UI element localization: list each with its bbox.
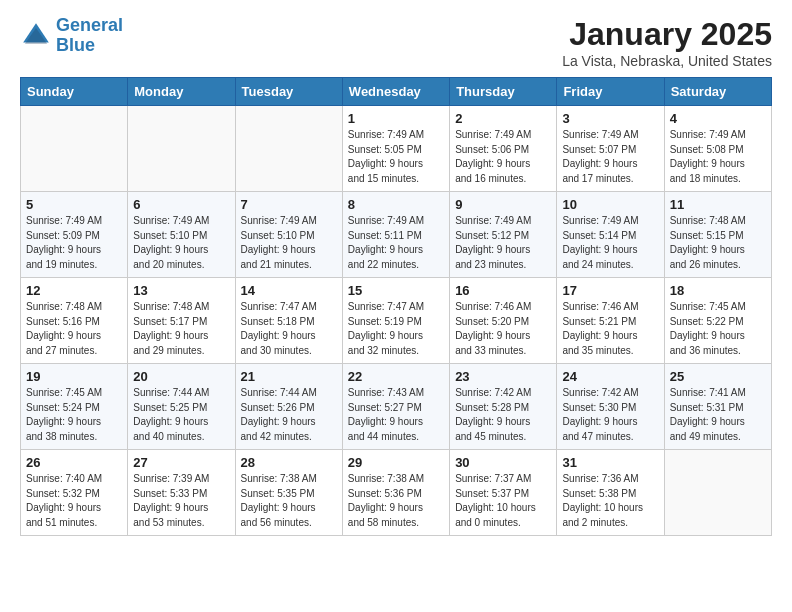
day-info: Sunrise: 7:47 AM Sunset: 5:19 PM Dayligh… <box>348 300 444 358</box>
calendar-cell: 28Sunrise: 7:38 AM Sunset: 5:35 PM Dayli… <box>235 450 342 536</box>
day-info: Sunrise: 7:49 AM Sunset: 5:12 PM Dayligh… <box>455 214 551 272</box>
calendar-cell <box>128 106 235 192</box>
page: General Blue January 2025 La Vista, Nebr… <box>0 0 792 552</box>
day-info: Sunrise: 7:42 AM Sunset: 5:28 PM Dayligh… <box>455 386 551 444</box>
day-number: 16 <box>455 283 551 298</box>
calendar-cell: 31Sunrise: 7:36 AM Sunset: 5:38 PM Dayli… <box>557 450 664 536</box>
weekday-header-thursday: Thursday <box>450 78 557 106</box>
day-number: 12 <box>26 283 122 298</box>
day-number: 9 <box>455 197 551 212</box>
day-number: 13 <box>133 283 229 298</box>
calendar-cell: 8Sunrise: 7:49 AM Sunset: 5:11 PM Daylig… <box>342 192 449 278</box>
day-number: 1 <box>348 111 444 126</box>
day-info: Sunrise: 7:49 AM Sunset: 5:10 PM Dayligh… <box>241 214 337 272</box>
logo-icon <box>20 20 52 52</box>
day-info: Sunrise: 7:44 AM Sunset: 5:26 PM Dayligh… <box>241 386 337 444</box>
day-number: 19 <box>26 369 122 384</box>
day-number: 7 <box>241 197 337 212</box>
day-number: 28 <box>241 455 337 470</box>
calendar-table: SundayMondayTuesdayWednesdayThursdayFrid… <box>20 77 772 536</box>
day-number: 25 <box>670 369 766 384</box>
calendar-cell: 17Sunrise: 7:46 AM Sunset: 5:21 PM Dayli… <box>557 278 664 364</box>
weekday-header-row: SundayMondayTuesdayWednesdayThursdayFrid… <box>21 78 772 106</box>
calendar-cell: 15Sunrise: 7:47 AM Sunset: 5:19 PM Dayli… <box>342 278 449 364</box>
day-number: 29 <box>348 455 444 470</box>
day-info: Sunrise: 7:48 AM Sunset: 5:15 PM Dayligh… <box>670 214 766 272</box>
day-info: Sunrise: 7:40 AM Sunset: 5:32 PM Dayligh… <box>26 472 122 530</box>
day-info: Sunrise: 7:45 AM Sunset: 5:22 PM Dayligh… <box>670 300 766 358</box>
day-number: 21 <box>241 369 337 384</box>
day-info: Sunrise: 7:48 AM Sunset: 5:17 PM Dayligh… <box>133 300 229 358</box>
day-number: 31 <box>562 455 658 470</box>
day-number: 2 <box>455 111 551 126</box>
day-number: 22 <box>348 369 444 384</box>
day-number: 15 <box>348 283 444 298</box>
day-number: 14 <box>241 283 337 298</box>
day-info: Sunrise: 7:49 AM Sunset: 5:07 PM Dayligh… <box>562 128 658 186</box>
week-row-1: 1Sunrise: 7:49 AM Sunset: 5:05 PM Daylig… <box>21 106 772 192</box>
month-title: January 2025 <box>562 16 772 53</box>
calendar-cell: 24Sunrise: 7:42 AM Sunset: 5:30 PM Dayli… <box>557 364 664 450</box>
weekday-header-wednesday: Wednesday <box>342 78 449 106</box>
calendar-cell <box>235 106 342 192</box>
day-number: 8 <box>348 197 444 212</box>
day-number: 24 <box>562 369 658 384</box>
calendar-cell: 10Sunrise: 7:49 AM Sunset: 5:14 PM Dayli… <box>557 192 664 278</box>
weekday-header-friday: Friday <box>557 78 664 106</box>
day-info: Sunrise: 7:49 AM Sunset: 5:05 PM Dayligh… <box>348 128 444 186</box>
calendar-cell: 23Sunrise: 7:42 AM Sunset: 5:28 PM Dayli… <box>450 364 557 450</box>
day-number: 27 <box>133 455 229 470</box>
weekday-header-saturday: Saturday <box>664 78 771 106</box>
day-info: Sunrise: 7:45 AM Sunset: 5:24 PM Dayligh… <box>26 386 122 444</box>
calendar-cell: 9Sunrise: 7:49 AM Sunset: 5:12 PM Daylig… <box>450 192 557 278</box>
day-info: Sunrise: 7:38 AM Sunset: 5:36 PM Dayligh… <box>348 472 444 530</box>
calendar-cell: 1Sunrise: 7:49 AM Sunset: 5:05 PM Daylig… <box>342 106 449 192</box>
title-area: January 2025 La Vista, Nebraska, United … <box>562 16 772 69</box>
day-info: Sunrise: 7:38 AM Sunset: 5:35 PM Dayligh… <box>241 472 337 530</box>
day-info: Sunrise: 7:47 AM Sunset: 5:18 PM Dayligh… <box>241 300 337 358</box>
calendar-cell: 6Sunrise: 7:49 AM Sunset: 5:10 PM Daylig… <box>128 192 235 278</box>
location-subtitle: La Vista, Nebraska, United States <box>562 53 772 69</box>
calendar-cell <box>664 450 771 536</box>
day-info: Sunrise: 7:49 AM Sunset: 5:06 PM Dayligh… <box>455 128 551 186</box>
day-info: Sunrise: 7:49 AM Sunset: 5:09 PM Dayligh… <box>26 214 122 272</box>
calendar-cell <box>21 106 128 192</box>
day-info: Sunrise: 7:46 AM Sunset: 5:21 PM Dayligh… <box>562 300 658 358</box>
day-info: Sunrise: 7:39 AM Sunset: 5:33 PM Dayligh… <box>133 472 229 530</box>
day-number: 20 <box>133 369 229 384</box>
week-row-5: 26Sunrise: 7:40 AM Sunset: 5:32 PM Dayli… <box>21 450 772 536</box>
day-info: Sunrise: 7:37 AM Sunset: 5:37 PM Dayligh… <box>455 472 551 530</box>
calendar-cell: 4Sunrise: 7:49 AM Sunset: 5:08 PM Daylig… <box>664 106 771 192</box>
calendar-cell: 30Sunrise: 7:37 AM Sunset: 5:37 PM Dayli… <box>450 450 557 536</box>
weekday-header-sunday: Sunday <box>21 78 128 106</box>
calendar-cell: 3Sunrise: 7:49 AM Sunset: 5:07 PM Daylig… <box>557 106 664 192</box>
calendar-cell: 20Sunrise: 7:44 AM Sunset: 5:25 PM Dayli… <box>128 364 235 450</box>
day-info: Sunrise: 7:49 AM Sunset: 5:11 PM Dayligh… <box>348 214 444 272</box>
day-info: Sunrise: 7:41 AM Sunset: 5:31 PM Dayligh… <box>670 386 766 444</box>
day-info: Sunrise: 7:49 AM Sunset: 5:08 PM Dayligh… <box>670 128 766 186</box>
day-number: 23 <box>455 369 551 384</box>
calendar-cell: 25Sunrise: 7:41 AM Sunset: 5:31 PM Dayli… <box>664 364 771 450</box>
calendar-cell: 22Sunrise: 7:43 AM Sunset: 5:27 PM Dayli… <box>342 364 449 450</box>
calendar-cell: 7Sunrise: 7:49 AM Sunset: 5:10 PM Daylig… <box>235 192 342 278</box>
calendar-cell: 2Sunrise: 7:49 AM Sunset: 5:06 PM Daylig… <box>450 106 557 192</box>
day-info: Sunrise: 7:42 AM Sunset: 5:30 PM Dayligh… <box>562 386 658 444</box>
calendar-cell: 26Sunrise: 7:40 AM Sunset: 5:32 PM Dayli… <box>21 450 128 536</box>
day-number: 10 <box>562 197 658 212</box>
day-info: Sunrise: 7:49 AM Sunset: 5:10 PM Dayligh… <box>133 214 229 272</box>
calendar-cell: 27Sunrise: 7:39 AM Sunset: 5:33 PM Dayli… <box>128 450 235 536</box>
calendar-cell: 29Sunrise: 7:38 AM Sunset: 5:36 PM Dayli… <box>342 450 449 536</box>
calendar-cell: 12Sunrise: 7:48 AM Sunset: 5:16 PM Dayli… <box>21 278 128 364</box>
day-info: Sunrise: 7:36 AM Sunset: 5:38 PM Dayligh… <box>562 472 658 530</box>
header: General Blue January 2025 La Vista, Nebr… <box>20 16 772 69</box>
calendar-cell: 11Sunrise: 7:48 AM Sunset: 5:15 PM Dayli… <box>664 192 771 278</box>
day-info: Sunrise: 7:48 AM Sunset: 5:16 PM Dayligh… <box>26 300 122 358</box>
weekday-header-monday: Monday <box>128 78 235 106</box>
day-info: Sunrise: 7:49 AM Sunset: 5:14 PM Dayligh… <box>562 214 658 272</box>
day-number: 18 <box>670 283 766 298</box>
calendar-cell: 18Sunrise: 7:45 AM Sunset: 5:22 PM Dayli… <box>664 278 771 364</box>
calendar-cell: 16Sunrise: 7:46 AM Sunset: 5:20 PM Dayli… <box>450 278 557 364</box>
day-number: 17 <box>562 283 658 298</box>
day-number: 6 <box>133 197 229 212</box>
week-row-2: 5Sunrise: 7:49 AM Sunset: 5:09 PM Daylig… <box>21 192 772 278</box>
